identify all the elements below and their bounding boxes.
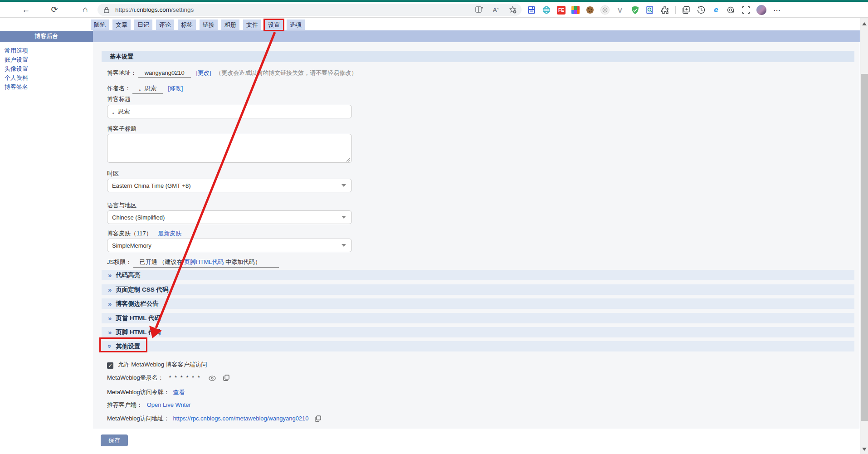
tab-2[interactable]: 文章 [112, 20, 131, 30]
ie-mode-icon[interactable]: e [712, 5, 721, 15]
tab-1[interactable]: 随笔 [91, 20, 109, 30]
favorite-star-icon[interactable] [508, 5, 517, 15]
timezone-value: Eastern China Time (GMT +8) [112, 182, 191, 189]
tab-4[interactable]: 评论 [156, 20, 174, 30]
metaweblog-login-value: * * * * * * [169, 374, 200, 381]
collapsed-section-5[interactable]: »页脚 HTML 代码 [102, 327, 854, 337]
other-settings-bar[interactable]: » 其他设置 [102, 341, 854, 351]
lock-icon[interactable] [102, 5, 111, 15]
section-title: 页脚 HTML 代码 [116, 328, 161, 337]
skin-select[interactable]: SimpleMemory [107, 239, 352, 252]
home-icon[interactable]: ⌂ [80, 4, 91, 15]
extensions-row: FE V e ⋯ [527, 4, 781, 16]
refresh-icon[interactable]: ⟳ [49, 4, 60, 15]
language-label: 语言与地区 [107, 201, 137, 210]
search-doc-extension-icon[interactable] [645, 5, 654, 15]
sidebar-nav: 常用选项账户设置头像设置个人资料博客签名 [5, 46, 28, 92]
read-aloud-icon[interactable]: A⌝ [491, 5, 500, 15]
metaweblog-token-row: MetaWeblog访问令牌： 查看 [107, 388, 185, 396]
tab-7[interactable]: 相册 [221, 20, 239, 30]
save-extension-icon[interactable] [527, 5, 536, 15]
metaweblog-allow-row: ✓ 允许 MetaWeblog 博客客户端访问 [107, 361, 207, 369]
history-icon[interactable] [697, 5, 706, 15]
chevron-collapsed-icon: » [108, 286, 112, 293]
timezone-select[interactable]: Eastern China Time (GMT +8) [107, 179, 352, 192]
dropdown-caret-icon [341, 216, 346, 219]
split-screen-icon[interactable] [474, 5, 483, 15]
sidebar-header: 博客后台 [0, 31, 93, 42]
annotation-box-other-settings [99, 337, 147, 352]
latest-skin-link[interactable]: 最新皮肤 [158, 230, 181, 237]
blog-address-row: 博客地址： wangyang0210 [更改] （更改会造成以前的博文链接失效，… [107, 69, 357, 78]
scroll-up-icon[interactable] [862, 22, 867, 25]
tab-6[interactable]: 链接 [200, 20, 218, 30]
open-live-writer-link[interactable]: Open Live Writer [147, 401, 191, 408]
color-palette-extension-icon[interactable] [571, 6, 580, 14]
url-text: https://i.cnblogs.com/settings [115, 6, 194, 13]
resize-grip-icon[interactable] [346, 157, 351, 162]
collapsed-section-3[interactable]: »博客侧边栏公告 [102, 298, 854, 309]
language-select[interactable]: Chinese (Simplified) [107, 210, 352, 224]
copy-icon[interactable] [315, 415, 321, 422]
chevron-collapsed-icon: » [108, 272, 112, 278]
back-icon[interactable]: ← [20, 4, 31, 15]
tab-10[interactable]: 选项 [287, 20, 305, 30]
blog-address-change-link[interactable]: [更改] [196, 69, 211, 76]
web-clipper-icon[interactable] [542, 5, 551, 15]
skin-label: 博客皮肤（117） [107, 230, 152, 237]
save-button[interactable]: 保存 [101, 434, 128, 446]
scrollbar-thumb[interactable] [861, 74, 868, 421]
author-label: 作者名： [107, 85, 131, 92]
author-edit-link[interactable]: [修改] [168, 85, 183, 92]
js-permission-row: JS权限： 已开通 （建议在 页脚HTML代码 中添加代码） [107, 258, 279, 268]
collapsed-section-2[interactable]: »页面定制 CSS 代码 [102, 284, 854, 295]
address-bar[interactable]: https://i.cnblogs.com/settings A⌝ [98, 4, 522, 16]
adguard-shield-icon[interactable] [630, 5, 639, 15]
collapsed-section-1[interactable]: »代码高亮 [102, 270, 854, 280]
v-extension-icon[interactable]: V [615, 5, 624, 15]
fe-extension-icon[interactable]: FE [557, 6, 566, 15]
author-value: 。思索 [132, 84, 163, 94]
tab-5[interactable]: 标签 [178, 20, 196, 30]
metaweblog-allow-label: 允许 MetaWeblog 博客客户端访问 [118, 361, 207, 368]
sidebar-item-5[interactable]: 博客签名 [5, 83, 28, 92]
page-body: 博客后台 常用选项账户设置头像设置个人资料博客签名 随笔文章日记评论标签链接相册… [0, 18, 860, 454]
header-band [93, 30, 860, 42]
page-scrollbar[interactable] [860, 18, 868, 454]
blog-subtitle-textarea[interactable] [107, 134, 352, 163]
web-capture-icon[interactable] [741, 5, 751, 15]
skin-value: SimpleMemory [112, 242, 151, 249]
metaweblog-token-view-link[interactable]: 查看 [173, 389, 185, 395]
sidebar-item-4[interactable]: 个人资料 [5, 73, 28, 83]
metaweblog-endpoint-link[interactable]: https://rpc.cnblogs.com/metaweblog/wangy… [173, 415, 308, 422]
reveal-eye-icon[interactable] [209, 376, 216, 381]
blog-address-label: 博客地址： [107, 69, 137, 76]
footer-html-link[interactable]: 页脚HTML代码 [184, 259, 224, 265]
sidebar-item-3[interactable]: 头像设置 [5, 64, 28, 73]
blog-title-input[interactable] [107, 105, 352, 118]
recommended-client-row: 推荐客户端： Open Live Writer [107, 401, 191, 409]
copy-icon[interactable] [223, 375, 229, 381]
tab-3[interactable]: 日记 [134, 20, 152, 30]
scroll-down-icon[interactable] [862, 448, 867, 451]
collapsed-section-4[interactable]: »页首 HTML 代码 [102, 313, 854, 323]
section-title: 页面定制 CSS 代码 [116, 286, 168, 294]
collections-icon[interactable] [682, 5, 691, 15]
chevron-collapsed-icon: » [108, 329, 112, 336]
round-extension-icon[interactable] [600, 5, 610, 15]
settings-main: 基本设置 博客地址： wangyang0210 [更改] （更改会造成以前的博文… [93, 42, 860, 429]
cookie-extension-icon[interactable] [585, 5, 595, 15]
metaweblog-allow-checkbox[interactable]: ✓ [107, 362, 113, 369]
extensions-puzzle-icon[interactable] [660, 5, 669, 15]
sidebar-item-2[interactable]: 账户设置 [5, 55, 28, 64]
annotation-box-settings-tab [263, 19, 284, 31]
js-permission-value: 已开通 （建议在 页脚HTML代码 中添加代码） [133, 258, 279, 268]
settings-more-icon[interactable]: ⋯ [772, 5, 781, 15]
profile-avatar[interactable] [756, 5, 766, 15]
sidebar-item-1[interactable]: 常用选项 [5, 46, 28, 55]
blog-address-note: （更改会造成以前的博文链接失效，请不要轻易修改） [215, 69, 357, 76]
metaweblog-token-label: MetaWeblog访问令牌： [107, 389, 170, 395]
web-select-camera-icon[interactable] [727, 5, 736, 15]
section-title: 代码高亮 [116, 271, 140, 279]
tab-8[interactable]: 文件 [243, 20, 261, 30]
